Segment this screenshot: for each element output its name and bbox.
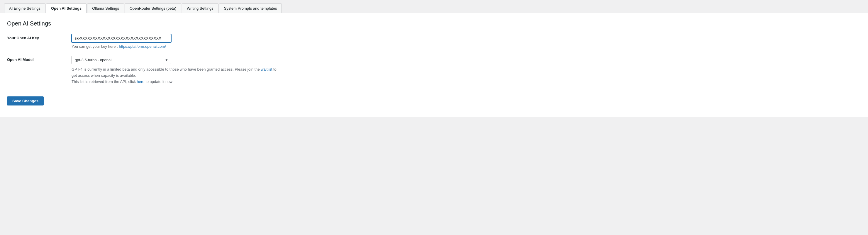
tab-open-ai-settings[interactable]: Open AI Settings bbox=[46, 3, 87, 13]
model-waitlist-link[interactable]: waitlist bbox=[261, 67, 272, 71]
save-button[interactable]: Save Changes bbox=[7, 96, 44, 105]
model-desc-part3: This list is retrieved from the API, cli… bbox=[71, 79, 137, 84]
main-content: Open AI Settings Your Open AI Key You ca… bbox=[0, 13, 868, 117]
tab-system-prompts[interactable]: System Prompts and templates bbox=[219, 3, 282, 13]
api-key-input[interactable] bbox=[71, 34, 171, 42]
tab-openrouter-settings[interactable]: OpenRouter Settings (beta) bbox=[125, 3, 181, 13]
model-field: gpt-3.5-turbo - openai gpt-4 - openai gp… bbox=[71, 56, 277, 85]
model-select[interactable]: gpt-3.5-turbo - openai gpt-4 - openai gp… bbox=[71, 56, 171, 64]
model-desc-part1: GPT-4 is currently in a limited beta and… bbox=[71, 67, 261, 71]
api-key-row: Your Open AI Key You can get your key he… bbox=[7, 34, 861, 48]
model-select-wrapper: gpt-3.5-turbo - openai gpt-4 - openai gp… bbox=[71, 56, 171, 64]
model-description: GPT-4 is currently in a limited beta and… bbox=[71, 67, 277, 85]
tab-writing-settings[interactable]: Writing Settings bbox=[182, 3, 218, 13]
api-key-hint: You can get your key here : https://plat… bbox=[71, 44, 277, 48]
tab-ollama-settings[interactable]: Ollama Settings bbox=[87, 3, 124, 13]
model-desc-part4: to update it now bbox=[145, 79, 173, 84]
form-section: Your Open AI Key You can get your key he… bbox=[7, 34, 861, 85]
api-key-hint-link[interactable]: https://platform.openai.com/ bbox=[119, 44, 166, 48]
model-row: Open AI Model gpt-3.5-turbo - openai gpt… bbox=[7, 56, 861, 85]
page-wrapper: AI Engine Settings Open AI Settings Olla… bbox=[0, 0, 868, 235]
tabs-bar: AI Engine Settings Open AI Settings Olla… bbox=[0, 0, 868, 13]
page-title: Open AI Settings bbox=[7, 20, 861, 27]
model-update-link[interactable]: here bbox=[137, 79, 145, 84]
tab-ai-engine-settings[interactable]: AI Engine Settings bbox=[4, 3, 45, 13]
api-key-hint-prefix: You can get your key here : bbox=[71, 44, 119, 48]
api-key-label: Your Open AI Key bbox=[7, 34, 71, 40]
api-key-field: You can get your key here : https://plat… bbox=[71, 34, 277, 48]
model-label: Open AI Model bbox=[7, 56, 71, 62]
